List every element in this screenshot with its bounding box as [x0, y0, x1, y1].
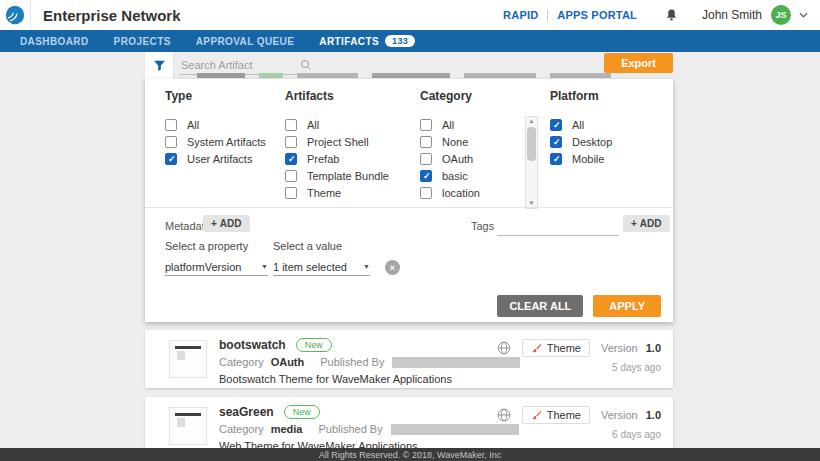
tags-input[interactable]: [497, 218, 619, 236]
version-label: Version: [601, 342, 638, 354]
filter-group: Category All None OAuth basic location ▲…: [420, 89, 480, 201]
theme-brush-icon: [531, 410, 542, 421]
nav-item-artifacts[interactable]: ARTIFACTS133: [319, 35, 415, 47]
nav-item-dashboard[interactable]: DASHBOARD: [20, 36, 89, 47]
artifact-thumbnail: [169, 340, 207, 378]
apps-portal-link[interactable]: APPS PORTAL: [557, 9, 637, 21]
checkbox-label: Template Bundle: [307, 170, 389, 182]
checkbox-icon: [285, 119, 297, 131]
filter-group: Platform All Desktop Mobile ▲ ▼: [550, 89, 612, 167]
new-badge: New: [284, 405, 320, 419]
category-value: OAuth: [271, 356, 305, 368]
artifact-description: Bootswatch Theme for WaveMaker Applicati…: [219, 373, 520, 385]
artifact-name[interactable]: bootswatch: [219, 338, 286, 352]
artifacts-count-badge: 133: [385, 35, 415, 47]
filter-checkbox-option[interactable]: All: [550, 116, 612, 133]
filter-checkbox-option[interactable]: All: [285, 116, 389, 133]
panel-actions: CLEAR ALL APPLY: [497, 295, 661, 317]
header-divider: [30, 0, 31, 30]
export-button[interactable]: Export: [604, 53, 673, 73]
filter-group-options: All Project Shell Prefab Template Bundle…: [285, 116, 389, 201]
metadata-add-button[interactable]: +ADD: [203, 215, 250, 232]
filter-checkbox-option[interactable]: OAuth: [420, 150, 480, 167]
scroll-up-icon[interactable]: ▲: [529, 117, 535, 126]
filter-checkbox-option[interactable]: Prefab: [285, 150, 389, 167]
nav-item-projects[interactable]: PROJECTS: [114, 36, 171, 47]
checkbox-icon: [285, 170, 297, 182]
checkbox-label: User Artifacts: [187, 153, 252, 165]
filter-group-title: Platform: [550, 89, 612, 103]
link-separator: [547, 10, 548, 21]
remove-metadata-filter-icon[interactable]: ×: [385, 260, 400, 275]
filter-checkbox-option[interactable]: System Artifacts: [165, 133, 266, 150]
checkbox-label: Mobile: [572, 153, 604, 165]
clear-all-button[interactable]: CLEAR ALL: [497, 295, 583, 317]
funnel-icon: [153, 59, 166, 72]
filter-checkbox-option[interactable]: All: [420, 116, 480, 133]
globe-icon[interactable]: [497, 408, 511, 422]
filter-group-options: All Desktop Mobile: [550, 116, 612, 167]
tags-add-button[interactable]: +ADD: [623, 215, 670, 232]
value-select-label: Select a value: [273, 240, 342, 252]
checkbox-icon: [165, 119, 177, 131]
brand-logo-icon[interactable]: [0, 0, 30, 30]
notifications-bell-icon[interactable]: [665, 8, 678, 22]
nav-item-approval-queue[interactable]: APPROVAL QUEUE: [196, 36, 295, 47]
filter-checkbox-option[interactable]: Template Bundle: [285, 167, 389, 184]
filter-toggle-button[interactable]: [145, 52, 173, 79]
filter-checkbox-option[interactable]: User Artifacts: [165, 150, 266, 167]
filter-checkbox-option[interactable]: None: [420, 133, 480, 150]
user-avatar[interactable]: JS: [771, 5, 791, 25]
artifact-age: 5 days ago: [612, 362, 661, 373]
artifact-age: 6 days ago: [612, 429, 661, 440]
type-chip[interactable]: Theme: [522, 339, 590, 357]
filter-group-options: All None OAuth basic location: [420, 116, 480, 201]
artifact-card[interactable]: seaGreen New Category media Published By…: [145, 397, 673, 455]
user-menu-caret-icon[interactable]: [799, 10, 808, 20]
rapid-link[interactable]: RAPID: [503, 9, 538, 21]
footer-copyright: All Rights Reserved. © 2018, WaveMaker, …: [0, 448, 820, 461]
globe-icon[interactable]: [497, 341, 511, 355]
filter-checkbox-option[interactable]: Project Shell: [285, 133, 389, 150]
artifact-card[interactable]: bootswatch New Category OAuth Published …: [145, 330, 673, 388]
search-icon[interactable]: [300, 59, 312, 71]
filter-group-title: Artifacts: [285, 89, 389, 103]
version-value: 1.0: [646, 342, 661, 354]
version-label: Version: [601, 409, 638, 421]
filter-panel: Type All System Artifacts User Artifacts…: [145, 79, 673, 322]
version-value: 1.0: [646, 409, 661, 421]
checkbox-label: Desktop: [572, 136, 612, 148]
scrollbar-thumb[interactable]: [527, 127, 536, 161]
filter-checkbox-option[interactable]: location: [420, 184, 480, 201]
header-right: RAPID APPS PORTAL John Smith JS: [503, 5, 820, 25]
artifact-thumbnail: [169, 407, 207, 445]
artifact-name[interactable]: seaGreen: [219, 405, 274, 419]
search-input[interactable]: [179, 58, 300, 72]
tags-section-label: Tags: [471, 220, 494, 232]
category-scrollbar[interactable]: ▲ ▼: [525, 116, 538, 209]
filter-checkbox-option[interactable]: Desktop: [550, 133, 612, 150]
type-chip[interactable]: Theme: [522, 406, 590, 424]
app-header: Enterprise Network RAPID APPS PORTAL Joh…: [0, 0, 820, 30]
dropdown-caret-icon: ▼: [363, 263, 370, 270]
checkbox-icon: [550, 153, 562, 165]
user-name[interactable]: John Smith: [702, 8, 762, 22]
filter-checkbox-option[interactable]: Theme: [285, 184, 389, 201]
published-by-label: Published By: [318, 423, 382, 435]
dropdown-caret-icon: ▼: [261, 263, 268, 270]
filter-group-title: Type: [165, 89, 266, 103]
checkbox-icon: [420, 119, 432, 131]
checkbox-label: OAuth: [442, 153, 473, 165]
filter-checkbox-option[interactable]: Mobile: [550, 150, 612, 167]
checkbox-icon: [285, 136, 297, 148]
type-chip-label: Theme: [547, 409, 581, 421]
checkbox-icon: [165, 136, 177, 148]
property-select-label: Select a property: [165, 240, 248, 252]
value-dropdown[interactable]: 1 item selected ▼: [273, 258, 370, 276]
filter-checkbox-option[interactable]: All: [165, 116, 266, 133]
property-dropdown[interactable]: platformVersion ▼: [165, 258, 268, 276]
checkbox-icon: [285, 187, 297, 199]
filter-checkbox-option[interactable]: basic: [420, 167, 480, 184]
checkbox-label: Project Shell: [307, 136, 369, 148]
apply-button[interactable]: APPLY: [593, 295, 661, 317]
